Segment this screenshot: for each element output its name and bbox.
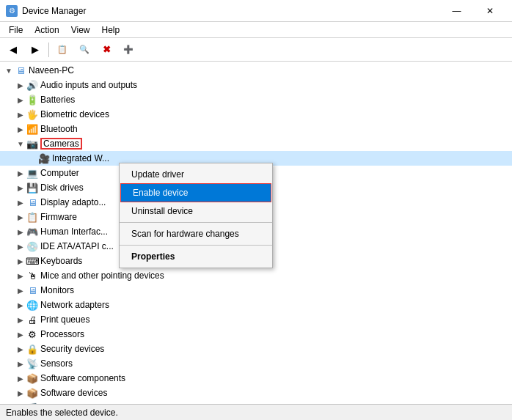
swcomp-label: Software components — [40, 373, 125, 383]
sound-icon: 🎵 — [26, 402, 38, 404]
no-expand: ▶ — [26, 152, 38, 164]
ctx-scan-hardware[interactable]: Scan for hardware changes — [120, 225, 272, 243]
ctx-separator-2 — [120, 245, 272, 246]
tree-item-mice[interactable]: ▶ 🖱 Mice and other pointing devices — [0, 268, 512, 283]
display-expand[interactable]: ▶ — [15, 196, 26, 208]
processors-icon: ⚙ — [26, 328, 38, 340]
tree-item-security[interactable]: ▶ 🔒 Security devices — [0, 342, 512, 356]
ctx-uninstall-device[interactable]: Uninstall device — [120, 202, 272, 220]
tree-item-network[interactable]: ▶ 🌐 Network adapters — [0, 298, 512, 312]
integrated-label: Integrated W... — [52, 153, 109, 163]
tree-item-swcomp[interactable]: ▶ 📦 Software components — [0, 371, 512, 386]
bluetooth-expand[interactable]: ▶ — [15, 123, 26, 135]
ide-expand[interactable]: ▶ — [15, 240, 26, 252]
disk-expand[interactable]: ▶ — [15, 182, 26, 194]
menu-help[interactable]: Help — [96, 23, 126, 37]
main-area: ▼ 🖥 Naveen-PC ▶ 🔊 Audio inputs and outpu… — [0, 62, 512, 404]
audio-icon: 🔊 — [26, 79, 38, 91]
tree-item-bluetooth[interactable]: ▶ 📶 Bluetooth — [0, 122, 512, 136]
computer-icon: 💻 — [26, 167, 38, 179]
sound-label: Sound, video and game controllers — [40, 402, 176, 404]
biometric-expand[interactable]: ▶ — [15, 108, 26, 120]
menu-action[interactable]: Action — [29, 23, 65, 37]
update-driver-button[interactable]: 🔍 — [74, 40, 95, 59]
tree-item-printqueues[interactable]: ▶ 🖨 Print queues — [0, 312, 512, 327]
security-icon: 🔒 — [26, 343, 38, 355]
monitors-icon: 🖥 — [26, 284, 38, 296]
biometric-label: Biometric devices — [40, 109, 109, 119]
processors-expand[interactable]: ▶ — [15, 328, 26, 340]
hid-expand[interactable]: ▶ — [15, 226, 26, 237]
tree-item-cameras[interactable]: ▼ 📷 Cameras — [0, 136, 512, 151]
tree-item-processors[interactable]: ▶ ⚙ Processors — [0, 327, 512, 342]
tree-item-monitors[interactable]: ▶ 🖥 Monitors — [0, 283, 512, 298]
bluetooth-icon: 📶 — [26, 123, 38, 135]
close-button[interactable]: ✕ — [473, 0, 506, 22]
mice-expand[interactable]: ▶ — [15, 270, 26, 281]
processors-label: Processors — [40, 329, 84, 339]
printqueues-expand[interactable]: ▶ — [15, 314, 26, 325]
tree-item-sound[interactable]: ▶ 🎵 Sound, video and game controllers — [0, 400, 512, 404]
firmware-expand[interactable]: ▶ — [15, 211, 26, 223]
display-label: Display adapto... — [40, 197, 106, 207]
tree-item-sensors[interactable]: ▶ 📡 Sensors — [0, 356, 512, 371]
keyboards-label: Keyboards — [40, 256, 82, 266]
swcomp-expand[interactable]: ▶ — [15, 372, 26, 384]
printqueues-label: Print queues — [40, 314, 89, 325]
toolbar: ◀ ▶ 📋 🔍 ✖ ➕ — [0, 38, 512, 62]
monitors-expand[interactable]: ▶ — [15, 284, 26, 296]
ctx-properties[interactable]: Properties — [120, 248, 272, 265]
scan-hardware-button[interactable]: ➕ — [118, 40, 139, 59]
app-icon: ⚙ — [6, 5, 18, 17]
ctx-update-driver[interactable]: Update driver — [120, 166, 272, 183]
uninstall-button[interactable]: ✖ — [96, 40, 117, 59]
network-label: Network adapters — [40, 300, 109, 310]
audio-expand[interactable]: ▶ — [15, 79, 26, 91]
root-item[interactable]: ▼ 🖥 Naveen-PC — [0, 63, 512, 78]
hid-icon: 🎮 — [26, 226, 38, 237]
hid-label: Human Interfac... — [40, 226, 108, 237]
cameras-expand[interactable]: ▼ — [15, 138, 26, 150]
computer-expand[interactable]: ▶ — [15, 167, 26, 179]
menu-file[interactable]: File — [3, 23, 29, 37]
swcomp-icon: 📦 — [26, 372, 38, 384]
minimize-button[interactable]: — — [440, 0, 473, 22]
disk-icon: 💾 — [26, 182, 38, 194]
back-button[interactable]: ◀ — [3, 40, 23, 59]
biometric-icon: 🖐 — [26, 108, 38, 120]
security-label: Security devices — [40, 344, 104, 354]
sensors-expand[interactable]: ▶ — [15, 358, 26, 369]
tree-item-audio[interactable]: ▶ 🔊 Audio inputs and outputs — [0, 78, 512, 92]
disk-label: Disk drives — [40, 183, 84, 193]
firmware-icon: 📋 — [26, 211, 38, 223]
forward-button[interactable]: ▶ — [25, 40, 45, 59]
ctx-enable-device[interactable]: Enable device — [120, 183, 271, 202]
mice-label: Mice and other pointing devices — [40, 270, 164, 281]
integrated-icon: 🎥 — [38, 152, 50, 164]
tree-item-swdev[interactable]: ▶ 📦 Software devices — [0, 386, 512, 400]
security-expand[interactable]: ▶ — [15, 343, 26, 355]
batteries-expand[interactable]: ▶ — [15, 94, 26, 106]
network-icon: 🌐 — [26, 299, 38, 311]
ide-icon: 💿 — [26, 240, 38, 252]
tree-item-biometric[interactable]: ▶ 🖐 Biometric devices — [0, 107, 512, 122]
title-bar-controls: — ✕ — [440, 0, 506, 22]
toolbar-separator-1 — [48, 43, 49, 57]
root-expand[interactable]: ▼ — [3, 65, 15, 76]
sound-expand[interactable]: ▶ — [15, 402, 26, 404]
bluetooth-label: Bluetooth — [40, 124, 78, 134]
properties-button[interactable]: 📋 — [52, 40, 73, 59]
firmware-label: Firmware — [40, 212, 77, 222]
title-bar-text: Device Manager — [22, 6, 436, 16]
batteries-label: Batteries — [40, 95, 75, 105]
swdev-expand[interactable]: ▶ — [15, 387, 26, 399]
status-text: Enables the selected device. — [6, 408, 118, 418]
tree-item-batteries[interactable]: ▶ 🔋 Batteries — [0, 92, 512, 107]
monitors-label: Monitors — [40, 285, 74, 295]
swdev-icon: 📦 — [26, 387, 38, 399]
network-expand[interactable]: ▶ — [15, 299, 26, 311]
menu-view[interactable]: View — [65, 23, 96, 37]
cameras-label: Cameras — [40, 138, 82, 150]
printqueues-icon: 🖨 — [26, 314, 38, 325]
root-label: Naveen-PC — [29, 65, 74, 75]
